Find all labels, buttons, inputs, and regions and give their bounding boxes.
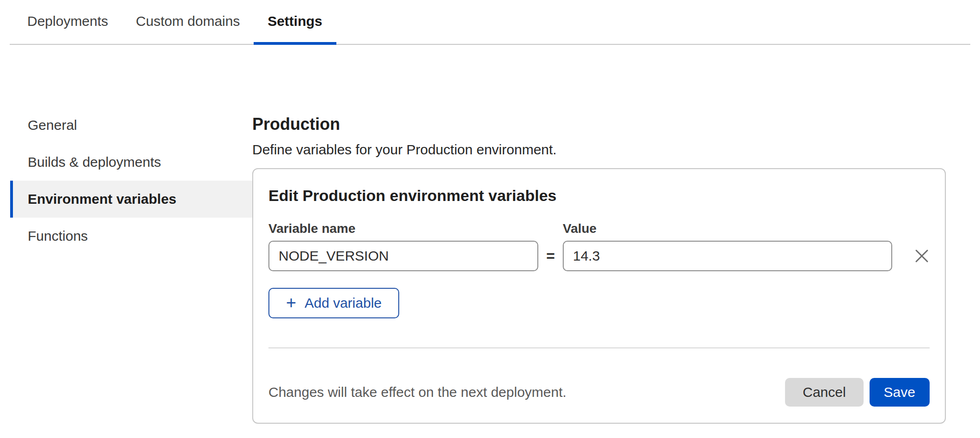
variable-value-input[interactable] bbox=[563, 241, 892, 271]
settings-content: General Builds & deployments Environment… bbox=[0, 45, 980, 424]
deployment-note: Changes will take effect on the next dep… bbox=[268, 384, 785, 400]
variable-name-input[interactable] bbox=[268, 241, 538, 271]
variable-value-label: Value bbox=[563, 222, 892, 236]
card-title: Edit Production environment variables bbox=[268, 186, 930, 205]
x-icon bbox=[914, 248, 930, 264]
add-variable-button[interactable]: + Add variable bbox=[268, 288, 399, 318]
save-button[interactable]: Save bbox=[870, 378, 930, 407]
variable-name-label: Variable name bbox=[268, 222, 538, 236]
settings-sidebar: General Builds & deployments Environment… bbox=[0, 45, 252, 255]
sidebar-item-general[interactable]: General bbox=[10, 107, 252, 144]
add-variable-label: Add variable bbox=[304, 295, 382, 311]
plus-icon: + bbox=[286, 294, 296, 311]
cancel-button[interactable]: Cancel bbox=[785, 378, 863, 407]
variable-name-group: Variable name bbox=[268, 222, 538, 271]
sidebar-item-builds-deployments[interactable]: Builds & deployments bbox=[10, 144, 252, 181]
edit-variables-card: Edit Production environment variables Va… bbox=[252, 168, 946, 424]
tab-custom-domains[interactable]: Custom domains bbox=[122, 0, 254, 45]
tab-settings[interactable]: Settings bbox=[254, 0, 336, 45]
sidebar-item-functions[interactable]: Functions bbox=[10, 218, 252, 255]
equals-sign: = bbox=[538, 241, 563, 271]
project-tab-bar: Deployments Custom domains Settings bbox=[10, 0, 970, 45]
section-title: Production bbox=[252, 114, 956, 134]
card-divider bbox=[268, 347, 930, 348]
variable-value-group: Value bbox=[563, 222, 892, 271]
sidebar-item-environment-variables[interactable]: Environment variables bbox=[10, 181, 252, 218]
tab-deployments[interactable]: Deployments bbox=[13, 0, 122, 45]
card-footer: Changes will take effect on the next dep… bbox=[268, 378, 930, 407]
environment-variables-panel: Production Define variables for your Pro… bbox=[252, 45, 956, 424]
remove-variable-button[interactable] bbox=[914, 241, 930, 271]
variable-row: Variable name = Value bbox=[268, 222, 930, 271]
section-description: Define variables for your Production env… bbox=[252, 141, 956, 158]
